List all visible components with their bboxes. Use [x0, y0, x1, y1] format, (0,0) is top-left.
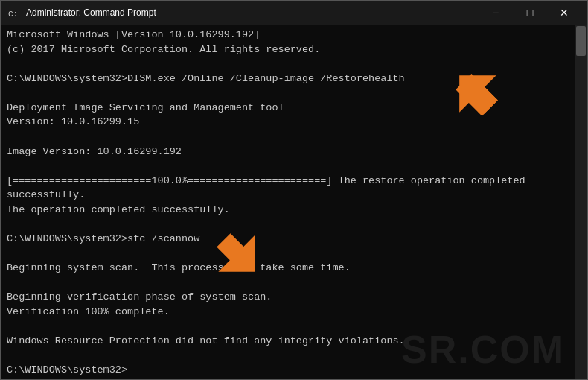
scrollbar[interactable] [575, 25, 587, 379]
svg-marker-5 [205, 222, 265, 282]
title-bar: C:\ Administrator: Command Prompt − □ ✕ [1, 1, 587, 25]
maximize-button[interactable]: □ [513, 1, 547, 25]
close-button[interactable]: ✕ [547, 1, 581, 25]
arrow-down-left [198, 215, 265, 282]
window-title: Administrator: Command Prompt [26, 7, 479, 18]
terminal-body[interactable]: Microsoft Windows [Version 10.0.16299.19… [1, 25, 587, 379]
cmd-icon: C:\ [7, 6, 20, 19]
minimize-button[interactable]: − [479, 1, 513, 25]
svg-marker-4 [450, 66, 509, 125]
svg-text:C:\: C:\ [8, 10, 19, 19]
window-controls: − □ ✕ [479, 1, 581, 25]
arrow-up-right [450, 66, 517, 133]
scrollbar-thumb[interactable] [576, 26, 586, 56]
cmd-window: C:\ Administrator: Command Prompt − □ ✕ … [0, 0, 588, 380]
